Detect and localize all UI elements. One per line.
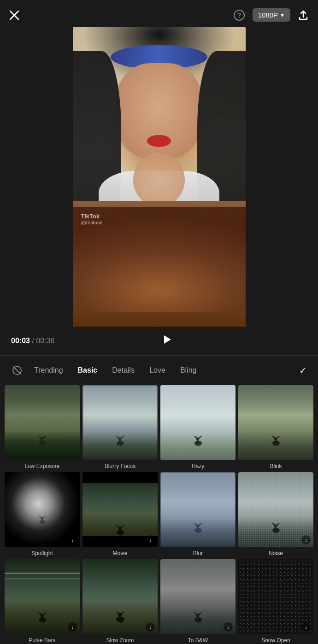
filter-spotlight[interactable]: ↓ Spotlight [5,472,80,556]
export-button[interactable] [298,10,309,21]
download-overlay-spotlight: ↓ [68,535,77,544]
svg-rect-52 [274,530,275,533]
filter-thumb-pulse-bars: ↓ [5,559,80,634]
download-overlay-to-bw: ↓ [224,622,233,632]
svg-rect-23 [200,443,200,446]
svg-rect-64 [118,619,119,622]
svg-rect-33 [41,522,41,524]
svg-rect-39 [118,533,119,535]
filter-thumb-blur [160,472,236,547]
resolution-button[interactable]: 1080P ▼ [253,8,290,22]
current-time: 00:03 [11,337,30,345]
svg-rect-45 [196,530,197,533]
svg-line-5 [13,367,21,374]
total-time: 00:36 [36,337,54,345]
svg-rect-47 [200,530,200,533]
svg-rect-59 [42,620,43,623]
svg-rect-22 [198,444,199,446]
filter-label-movie: Movie [112,550,127,556]
download-overlay-snow-open: ↓ [301,622,311,632]
top-bar-right: ? 1080P ▼ [233,8,309,22]
download-overlay-slow-zoom: ↓ [146,622,155,632]
download-overlay-noise: ↓ [301,535,311,544]
filter-blur[interactable]: Blur [160,472,236,556]
filter-label-slow-zoom: Slow Zoom [106,637,134,644]
filter-thumb-low-exposure [5,385,80,460]
filter-blink[interactable]: Blink [238,385,313,469]
filter-pulse-bars[interactable]: ↓ Pulse Bars [5,559,80,644]
filter-label-hazy: Hazy [192,463,204,469]
svg-rect-58 [40,620,41,622]
tiktok-logo: TikTok [81,213,103,220]
svg-rect-72 [200,620,200,622]
svg-rect-15 [118,443,119,446]
svg-rect-60 [44,620,45,622]
download-overlay-pulse-bars: ↓ [68,622,77,632]
svg-rect-66 [122,619,124,622]
confirm-button[interactable]: ✓ [295,363,311,378]
filter-label-to-bw: To B&W [188,637,208,644]
svg-rect-46 [198,531,199,533]
filter-thumb-snow-open: ↓ [238,559,313,634]
help-button[interactable]: ? [233,9,245,21]
filter-grid: Low Exposure Blurry Focus [0,382,318,644]
svg-rect-28 [276,444,277,446]
svg-rect-54 [277,530,278,533]
filter-thumb-blink [238,385,313,460]
svg-rect-65 [120,620,121,623]
tab-love[interactable]: Love [142,364,173,376]
svg-rect-27 [274,443,275,446]
filter-thumb-spotlight: ↓ [5,472,80,547]
tab-trending[interactable]: Trending [27,364,71,376]
tab-basic[interactable]: Basic [71,364,105,376]
tab-details[interactable]: Details [105,364,142,376]
svg-text:?: ? [237,12,241,19]
filter-label-pulse-bars: Pulse Bars [29,637,55,644]
top-bar-left [9,10,19,20]
svg-rect-70 [196,620,197,622]
filter-thumb-to-bw: ↓ [160,559,236,634]
filter-blurry-focus[interactable]: Blurry Focus [82,385,158,469]
filter-hazy[interactable]: Hazy [160,385,236,469]
svg-rect-17 [122,443,123,446]
filter-snow-open[interactable]: ↓ Snow Open [238,559,313,644]
svg-rect-53 [276,531,277,533]
filter-label-blur: Blur [193,550,203,556]
filter-label-low-exposure: Low Exposure [24,463,59,469]
svg-rect-21 [196,443,197,446]
filter-label-snow-open: Snow Open [261,637,290,644]
filter-thumb-blurry-focus [82,385,158,460]
filter-thumb-slow-zoom: ↓ [82,559,158,634]
svg-rect-35 [44,522,45,524]
svg-rect-40 [120,533,121,536]
top-bar: ? 1080P ▼ [0,0,318,27]
filter-to-bw[interactable]: ↓ To B&W [160,559,236,644]
filter-low-exposure[interactable]: Low Exposure [5,385,80,469]
play-button[interactable] [160,333,173,349]
filter-thumb-noise: ↓ [238,472,313,547]
video-preview: TikTok @roliruse [73,27,246,327]
filter-noise[interactable]: ↓ Noise [238,472,313,556]
svg-rect-41 [122,533,123,535]
no-filter-button[interactable] [7,363,27,377]
resolution-chevron: ▼ [280,12,285,18]
filter-thumb-hazy [160,385,236,460]
filter-label-noise: Noise [269,550,283,556]
time-separator: / [30,337,36,345]
svg-rect-71 [198,620,199,623]
watermark: TikTok @roliruse [81,213,103,225]
filter-thumb-movie: ↓ [82,472,158,547]
time-display: 00:03 / 00:36 [11,337,54,345]
svg-rect-16 [120,444,121,446]
close-button[interactable] [9,10,19,20]
filter-label-blink: Blink [270,463,282,469]
svg-rect-34 [42,522,43,525]
filter-movie[interactable]: ↓ Movie [82,472,158,556]
download-overlay-movie: ↓ [146,535,155,544]
svg-rect-29 [277,443,278,446]
tab-bling[interactable]: Bling [173,364,204,376]
tiktok-handle: @roliruse [81,220,103,225]
filter-slow-zoom[interactable]: ↓ Slow Zoom [82,559,158,644]
filter-label-blurry-focus: Blurry Focus [105,463,135,469]
filter-label-spotlight: Spotlight [31,550,53,556]
